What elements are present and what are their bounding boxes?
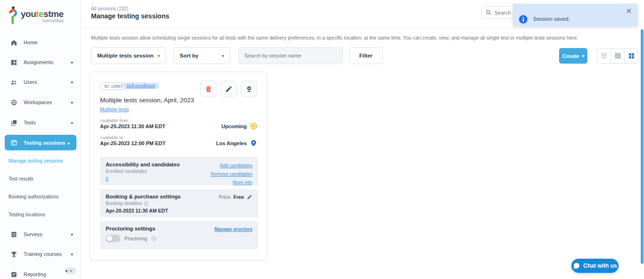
chat-bubble-icon	[573, 262, 580, 270]
self-enrollment-badge[interactable]: Self-enrollment	[122, 82, 159, 89]
create-button[interactable]: Create ▾	[559, 48, 587, 64]
proctoring-toggle[interactable]	[106, 235, 120, 242]
breadcrumb: All sessions (232)	[91, 6, 128, 11]
chevron-up-icon: ▴	[67, 140, 70, 145]
brand-logo-icon	[7, 6, 19, 25]
delete-session-button[interactable]	[200, 81, 217, 97]
price-label: Price:	[219, 194, 232, 200]
sidebar-subitem-booking-authorizations[interactable]: Booking authorizations	[8, 192, 79, 201]
sidebar-item-workspaces[interactable]: Workspaces ▾	[0, 96, 81, 109]
sidebar-collapse-button[interactable]: ▾ «	[65, 267, 76, 274]
booking-deadline-label: Booking deadline	[106, 201, 252, 206]
proctoring-toggle-label: Proctoring	[125, 236, 147, 241]
view-large-grid-button[interactable]	[624, 49, 638, 63]
workspaces-icon	[10, 99, 17, 106]
chevron-down-icon: ▾	[71, 60, 73, 65]
status-upcoming-icon	[250, 123, 257, 130]
chevron-down-icon: ▾	[71, 252, 73, 257]
session-search	[238, 47, 343, 64]
assignments-icon	[10, 59, 17, 66]
session-title: Multiple tests session, April, 2023	[100, 97, 194, 104]
manage-proctors-link[interactable]: Manage proctors	[214, 227, 252, 232]
available-from-value: Apr-25-2023 11:30 AM EDT	[100, 123, 165, 129]
chevron-down-icon: ▾	[158, 53, 160, 58]
sidebar-item-surveys[interactable]: Surveys ▾	[0, 228, 81, 241]
chevron-down-icon: ▾	[71, 120, 73, 125]
proctoring-section: Proctoring settings Proctoring Manage pr…	[100, 221, 258, 249]
chevron-down-icon: ▾	[71, 100, 73, 105]
view-toggle-group	[597, 48, 638, 64]
brand-logo[interactable]: youtestme GetCertified	[7, 6, 64, 25]
toast-notification: Session saved.	[513, 4, 638, 26]
chevron-down-icon: ▾	[222, 53, 224, 58]
search-icon	[485, 9, 492, 16]
sidebar-subitem-test-results[interactable]: Test results	[8, 174, 79, 183]
sidebar-item-assignments[interactable]: Assignments ▾	[0, 56, 81, 69]
vertical-scrollbar[interactable]	[641, 29, 644, 264]
session-search-input[interactable]	[244, 53, 334, 58]
session-location: Los Angeles	[216, 140, 257, 147]
info-circle-icon	[144, 201, 149, 206]
pencil-icon	[225, 85, 233, 93]
testing-sessions-icon	[10, 139, 17, 146]
chevron-down-icon: ▾	[65, 269, 67, 273]
toggle-knob	[107, 236, 112, 241]
more-info-link[interactable]: More info	[233, 180, 252, 185]
trash-icon	[205, 85, 212, 93]
info-circle-icon	[151, 236, 156, 241]
reporting-icon	[10, 271, 17, 278]
page-description: Multiple tests session allow scheduling …	[91, 35, 578, 41]
close-icon[interactable]	[626, 8, 633, 15]
available-to-value: Apr-25-2023 12:00 PM EDT	[100, 140, 166, 146]
brand-name: youtestme	[21, 9, 64, 19]
view-small-grid-button[interactable]	[611, 49, 624, 63]
accessibility-section: Accessibility and candidates Enrolled ca…	[100, 157, 258, 185]
sort-by-dropdown[interactable]: Sort by ▾	[174, 47, 230, 64]
session-status: Upcoming	[221, 123, 257, 130]
app-window: youtestme GetCertified Home Assignments …	[0, 0, 644, 279]
multiple-tests-link[interactable]: Multiple tests	[100, 107, 129, 112]
page-title: Manage testing sessions	[91, 12, 169, 20]
sidebar-subitem-manage-testing-sessions[interactable]: Manage testing sessions	[8, 156, 79, 165]
large-grid-icon	[628, 52, 635, 59]
location-pin-icon	[250, 140, 257, 147]
chat-label: Chat with us	[583, 263, 617, 269]
remove-candidates-link[interactable]: Remove candidates	[211, 172, 252, 177]
training-courses-icon	[10, 251, 17, 258]
sidebar-item-home[interactable]: Home	[0, 36, 81, 49]
booking-deadline-value: Apr-20-2023 11:30 AM EDT	[106, 208, 252, 213]
tests-icon	[10, 119, 17, 126]
proctoring-camera-button[interactable]	[241, 81, 257, 97]
chat-with-us-button[interactable]: Chat with us	[571, 259, 619, 273]
surveys-icon	[10, 231, 17, 238]
price-value: Free	[234, 194, 244, 200]
sidebar: youtestme GetCertified Home Assignments …	[0, 0, 81, 279]
booking-section: Booking & purchase settings Booking dead…	[100, 189, 258, 217]
small-grid-icon	[614, 52, 621, 59]
home-icon	[10, 39, 17, 46]
list-view-icon	[601, 52, 608, 59]
sidebar-item-training-courses[interactable]: Training courses ▾	[0, 247, 81, 261]
enrolled-count-link[interactable]: 0	[106, 176, 109, 181]
sidebar-subitem-testing-locations[interactable]: Testing locations	[8, 210, 79, 219]
toast-message: Session saved.	[533, 16, 570, 22]
info-icon	[519, 15, 527, 24]
available-from-label: Available from	[100, 118, 128, 123]
sidebar-item-users[interactable]: Users ▾	[0, 75, 81, 89]
chevron-down-icon: ▾	[71, 80, 73, 85]
session-type-dropdown[interactable]: Multiple tests session ▾	[91, 47, 166, 64]
users-icon	[10, 79, 17, 86]
edit-price-icon[interactable]	[247, 194, 252, 200]
available-to-label: Available to	[100, 135, 123, 140]
view-list-button[interactable]	[597, 49, 611, 63]
session-card: ID: 13887 Self-enrollment Multiple tests…	[90, 72, 268, 261]
chevron-down-icon: ▾	[71, 232, 73, 237]
sidebar-item-testing-sessions[interactable]: Testing sessions ▴	[5, 135, 76, 150]
add-candidates-link[interactable]: Add candidates	[220, 163, 252, 168]
edit-session-button[interactable]	[220, 81, 237, 97]
webcam-icon	[245, 85, 253, 93]
filter-button[interactable]: Filter	[349, 47, 383, 64]
sidebar-item-tests[interactable]: Tests ▾	[0, 116, 81, 129]
chevron-down-icon: ▾	[582, 54, 585, 58]
